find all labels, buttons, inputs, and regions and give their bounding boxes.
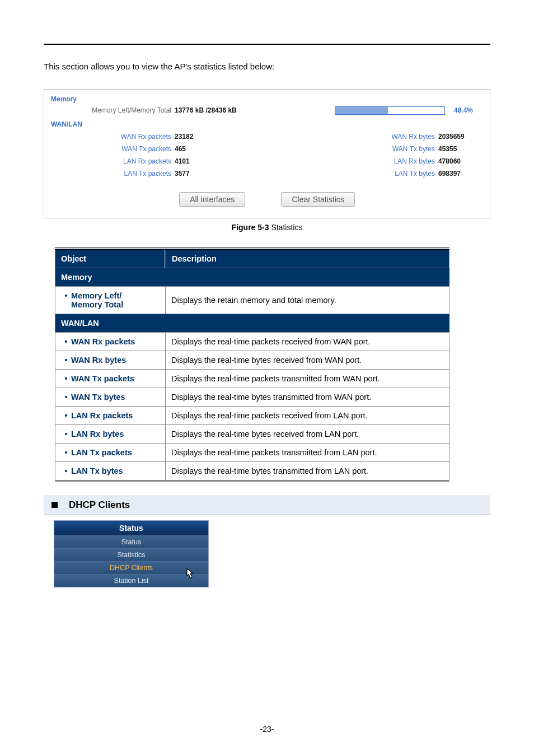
status-menu-item-station-list[interactable]: Station List (54, 574, 208, 587)
dhcp-clients-heading: DHCP Clients (44, 496, 490, 515)
memory-percent: 48.4% (452, 106, 473, 114)
param-object: •LAN Tx packets (55, 443, 166, 461)
wanlan-label: WAN Tx bytes (267, 145, 438, 153)
status-menu-item-statistics[interactable]: Statistics (54, 548, 208, 561)
figure-caption: Figure 5-3 Statistics (44, 223, 490, 232)
statistics-panel: Memory Memory Left/Memory Total 13776 kB… (44, 89, 490, 218)
wanlan-row: WAN Tx bytes45355 (267, 143, 483, 155)
param-desc: Displays the real-time bytes received fr… (166, 424, 449, 443)
wanlan-value: 45355 (438, 145, 457, 153)
wanlan-label: WAN Tx packets (51, 145, 175, 153)
wanlan-left-col: WAN Rx packets23182WAN Tx packets465LAN … (51, 130, 267, 180)
param-object: •LAN Rx bytes (55, 424, 166, 443)
object-description-table: Object Description Memory•Memory Left/ M… (55, 248, 449, 482)
wanlan-row: LAN Rx packets4101 (51, 155, 267, 167)
wanlan-value: 3577 (175, 170, 190, 178)
param-desc: Displays the real-time bytes transmitted… (166, 388, 449, 406)
param-desc: Displays the real-time packets transmitt… (166, 443, 449, 461)
wanlan-label: LAN Tx packets (51, 170, 175, 178)
square-bullet-icon (51, 502, 58, 508)
all-interfaces-button[interactable]: All interfaces (179, 192, 245, 207)
figure-number: Figure 5-3 (232, 223, 269, 232)
wanlan-value: 4101 (175, 157, 190, 165)
wanlan-row: WAN Rx bytes2035659 (267, 130, 483, 143)
wanlan-row: WAN Tx packets465 (51, 143, 267, 155)
param-object: •WAN Tx packets (55, 369, 166, 388)
wanlan-value: 23182 (175, 133, 193, 141)
status-menu-header: Status (54, 521, 208, 535)
wanlan-label: LAN Tx bytes (267, 170, 438, 178)
section-memory: Memory (55, 268, 449, 286)
figure-title: Statistics (269, 223, 303, 232)
wanlan-label: WAN Rx bytes (267, 133, 438, 141)
param-object: •WAN Rx bytes (55, 351, 166, 369)
wanlan-row: LAN Tx bytes698397 (267, 167, 483, 180)
wanlan-label: LAN Rx bytes (267, 157, 438, 165)
memory-section-title: Memory (44, 92, 490, 104)
status-menu-item-dhcp-clients[interactable]: DHCP Clients (54, 561, 208, 574)
memory-bar-fill (335, 107, 388, 114)
memory-value: 13776 kB /28436 kB (175, 106, 259, 114)
param-desc: Displays the real-time bytes received fr… (166, 351, 449, 369)
param-object: •WAN Tx bytes (55, 388, 166, 406)
th-description: Description (166, 249, 449, 268)
status-menu: Status StatusStatisticsDHCP ClientsStati… (54, 520, 209, 587)
wanlan-label: WAN Rx packets (51, 133, 175, 141)
param-desc: Displays the real-time packets received … (166, 406, 449, 424)
dhcp-clients-title: DHCP Clients (69, 500, 130, 511)
wanlan-section-title: WAN/LAN (44, 117, 490, 129)
param-desc: Displays the retain memory and total mem… (166, 286, 449, 314)
status-menu-item-status[interactable]: Status (54, 535, 208, 548)
wanlan-value: 2035659 (438, 133, 465, 141)
param-object: •LAN Tx bytes (55, 461, 166, 481)
wanlan-value: 698397 (438, 170, 461, 178)
param-object: •WAN Rx packets (55, 332, 166, 351)
memory-bar (335, 106, 445, 115)
param-desc: Displays the real-time packets transmitt… (166, 369, 449, 388)
wanlan-row: WAN Rx packets23182 (51, 130, 267, 143)
page-number: -23- (0, 725, 534, 734)
wanlan-row: LAN Rx bytes478060 (267, 155, 483, 167)
wanlan-label: LAN Rx packets (51, 157, 175, 165)
param-desc: Displays the real-time bytes transmitted… (166, 461, 449, 481)
th-object: Object (55, 249, 166, 268)
wanlan-row: LAN Tx packets3577 (51, 167, 267, 180)
memory-row: Memory Left/Memory Total 13776 kB /28436… (44, 104, 490, 117)
section-wanlan: WAN/LAN (55, 314, 449, 332)
intro-text: This section allows you to view the AP's… (44, 60, 490, 73)
wanlan-value: 478060 (438, 157, 461, 165)
param-object: •LAN Rx packets (55, 406, 166, 424)
clear-statistics-button[interactable]: Clear Statistics (281, 192, 354, 207)
wanlan-right-col: WAN Rx bytes2035659WAN Tx bytes45355LAN … (267, 130, 483, 180)
top-rule (44, 44, 490, 45)
param-desc: Displays the real-time packets received … (166, 332, 449, 351)
wanlan-value: 465 (175, 145, 186, 153)
param-object: •Memory Left/ Memory Total (55, 286, 166, 314)
memory-label: Memory Left/Memory Total (51, 106, 175, 114)
